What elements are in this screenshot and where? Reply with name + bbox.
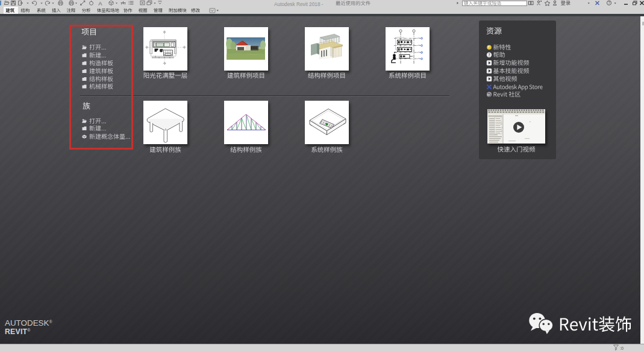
svg-text:?: ?	[608, 1, 610, 5]
svg-text:A: A	[98, 0, 102, 7]
